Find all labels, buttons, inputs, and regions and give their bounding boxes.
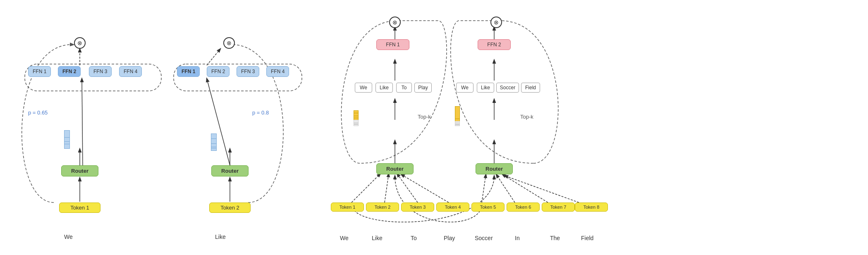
ffn-1-left: FFN 1 — [28, 66, 51, 77]
ffn-2-right-right: FFN 2 — [478, 39, 511, 50]
word-label-soccer: Soccer — [475, 235, 493, 241]
word-label-middle: Like — [215, 234, 226, 240]
router-right-left: Router — [376, 163, 414, 174]
word-we-right: We — [456, 83, 473, 93]
svg-line-22 — [482, 174, 486, 203]
token-6-right: Token 6 — [507, 203, 540, 212]
multiply-right-left: ⊗ — [389, 17, 401, 28]
word-soccer-right: Soccer — [496, 83, 519, 93]
svg-line-9 — [207, 49, 220, 65]
router-right-right: Router — [476, 163, 513, 174]
word-label-field: Field — [581, 235, 593, 241]
router-middle: Router — [211, 165, 249, 176]
svg-line-2 — [82, 79, 83, 165]
ffn-2-left: FFN 2 — [58, 66, 81, 77]
word-label-the: The — [550, 235, 560, 241]
word-label-in: In — [515, 235, 520, 241]
word-label-play: Play — [444, 235, 455, 241]
multiply-middle: ⊗ — [223, 37, 235, 49]
connections-svg — [0, 0, 868, 255]
ffn-3-left: FFN 3 — [89, 66, 112, 77]
word-we-left: We — [355, 83, 372, 93]
main-diagram: Token 1 Router FFN 1 FFN 2 FFN 3 FFN 4 ⊗… — [0, 0, 868, 255]
multiply-left: ⊗ — [74, 37, 86, 49]
token-2-right: Token 2 — [366, 203, 399, 212]
word-field-right: Field — [521, 83, 540, 93]
svg-line-21 — [401, 174, 449, 203]
token-7-right: Token 7 — [542, 203, 575, 212]
svg-line-18 — [352, 174, 380, 203]
svg-line-7 — [207, 79, 230, 165]
ffn-2-middle: FFN 2 — [207, 66, 230, 77]
word-like-right: Like — [477, 83, 494, 93]
token-4-right: Token 4 — [436, 203, 469, 212]
token-8-right: Token 8 — [575, 203, 608, 212]
word-label-left: We — [64, 234, 73, 240]
ffn-1-right-left: FFN 1 — [376, 39, 409, 50]
multiply-right-right: ⊗ — [490, 17, 502, 28]
word-like-left: Like — [375, 83, 393, 93]
word-label-we: We — [340, 235, 349, 241]
word-play-left: Play — [414, 83, 432, 93]
ffn-4-middle: FFN 4 — [266, 66, 289, 77]
svg-line-24 — [502, 174, 548, 203]
p-value-middle: p = 0.8 — [252, 110, 269, 116]
router-left: Router — [61, 165, 98, 176]
topk-right: Top-k — [520, 114, 533, 120]
token-1-middle: Token 2 — [209, 203, 251, 213]
word-label-to: To — [411, 235, 417, 241]
token-5-right: Token 5 — [471, 203, 505, 212]
token-1-right: Token 1 — [331, 203, 364, 212]
ffn-3-middle: FFN 3 — [237, 66, 259, 77]
ffn-1-middle: FFN 1 — [177, 66, 200, 77]
token-3-right: Token 3 — [401, 203, 434, 212]
word-to-left: To — [396, 83, 412, 93]
token-1-left: Token 1 — [59, 203, 100, 213]
p-value-left: p = 0.65 — [28, 110, 48, 116]
topk-left: Top-k — [418, 114, 431, 120]
svg-line-19 — [385, 174, 389, 203]
word-label-like: Like — [372, 235, 383, 241]
ffn-4-left: FFN 4 — [119, 66, 142, 77]
